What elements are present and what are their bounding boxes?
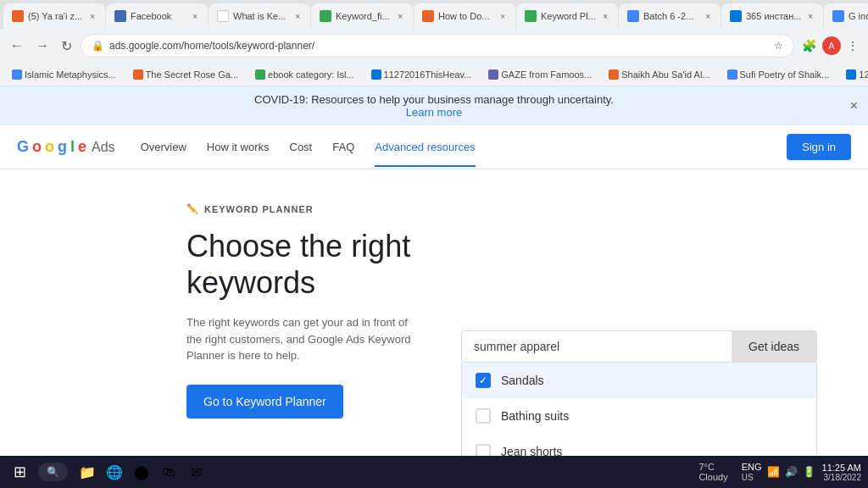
tab-ya-rai[interactable]: (5) Ya ra'i z... × [3, 3, 105, 29]
taskbar-search-icon: 🔍 [47, 466, 59, 478]
page-content: Google Ads Overview How it works Cost FA… [0, 125, 868, 474]
nav-advanced-resources[interactable]: Advanced resources [375, 127, 476, 167]
tab-365[interactable]: 365 инстан... × [721, 3, 823, 29]
tab-how-to-do[interactable]: How to Do... × [414, 3, 515, 29]
bookmark-label: The Secret Rose Ga... [146, 69, 238, 80]
bookmark-item[interactable]: Islamic Metaphysics... [7, 68, 121, 81]
sign-in-button[interactable]: Sign in [787, 134, 851, 160]
bookmark-label: GAZE from Famoos... [501, 69, 592, 80]
bookmark-item[interactable]: ebook category: Isl... [250, 68, 359, 81]
keyword-search-input[interactable] [461, 330, 732, 363]
bookmark-item[interactable]: The Secret Rose Ga... [128, 68, 243, 81]
hero-right: Get ideas ✓ Sandals Bathing suits Jean s… [461, 330, 817, 470]
tab-facebook[interactable]: Facebook × [106, 3, 208, 29]
bookmark-favicon [846, 69, 856, 80]
ads-text: Ads [92, 140, 115, 155]
sandals-checkbox[interactable]: ✓ [476, 373, 491, 388]
taskbar-store[interactable]: 🛍 [158, 461, 180, 483]
tab-g-industry[interactable]: G industry re... × [824, 3, 868, 29]
tab-close-icon[interactable]: × [806, 10, 815, 23]
forward-button[interactable]: → [32, 35, 53, 57]
result-bathing-suits[interactable]: Bathing suits [462, 398, 816, 434]
tab-label: Facebook [131, 11, 186, 21]
get-ideas-button[interactable]: Get ideas [732, 330, 817, 363]
search-results-dropdown: ✓ Sandals Bathing suits Jean shorts [461, 363, 817, 470]
tab-favicon [114, 10, 126, 22]
address-text: ads.google.com/home/tools/keyword-planne… [109, 40, 769, 52]
taskbar-search[interactable]: 🔍 [38, 463, 68, 481]
logo-g: G [17, 138, 29, 156]
battery-icon[interactable]: 🔋 [803, 466, 815, 478]
tab-close-icon[interactable]: × [396, 10, 404, 23]
reload-button[interactable]: ↻ [58, 35, 75, 58]
result-sandals[interactable]: ✓ Sandals [462, 363, 816, 398]
taskbar-mail[interactable]: ✉ [185, 461, 207, 483]
nav-overview[interactable]: Overview [141, 127, 186, 167]
hero-subtitle: The right keywords can get your ad in fr… [186, 314, 424, 364]
weather-condition: Cloudy [698, 472, 727, 482]
tab-close-icon[interactable]: × [191, 10, 199, 23]
covid-banner-text: COVID-19: Resources to help your busines… [254, 93, 614, 106]
bookmark-item[interactable]: 11272016ThisHeav... [366, 68, 477, 81]
kp-label-text: KEYWORD PLANNER [204, 204, 314, 214]
logo-o2: o [45, 138, 54, 156]
wifi-icon[interactable]: 📶 [767, 466, 780, 478]
address-bar[interactable]: 🔒 ads.google.com/home/tools/keyword-plan… [81, 34, 794, 58]
language-icon: ENGUS [742, 462, 762, 482]
nav-cost[interactable]: Cost [290, 127, 313, 167]
bathing-suits-checkbox[interactable] [476, 408, 491, 424]
logo-l: l [70, 138, 75, 156]
hero-left: ✏️ KEYWORD PLANNER Choose the right keyw… [17, 203, 424, 458]
tab-what-is-ke[interactable]: What is Ke... × [209, 3, 310, 29]
tab-close-icon[interactable]: × [88, 10, 97, 23]
tab-close-icon[interactable]: × [293, 10, 302, 23]
nav-how-it-works[interactable]: How it works [207, 127, 270, 167]
hero-title-line1: Choose the right [186, 229, 410, 263]
back-button[interactable]: ← [7, 35, 27, 57]
bookmark-label: 12052016-Nobody-... [859, 69, 868, 80]
bookmark-item[interactable]: Sufi Poetry of Shaik... [722, 68, 835, 81]
bookmark-item[interactable]: 12052016-Nobody-... [841, 68, 868, 81]
learn-more-link[interactable]: Learn more [7, 106, 861, 119]
logo-e: e [78, 138, 86, 156]
more-options-button[interactable]: ⋮ [844, 36, 861, 55]
bookmark-item[interactable]: Shaikh Abu Sa'id Al... [604, 68, 715, 81]
search-box-row: Get ideas [461, 330, 817, 363]
bookmark-favicon [255, 69, 265, 80]
address-bar-row: ← → ↻ 🔒 ads.google.com/home/tools/keywor… [0, 29, 868, 63]
bookmark-favicon [371, 69, 381, 80]
taskbar-file-explorer[interactable]: 📁 [76, 461, 98, 483]
bookmark-label: Sufi Poetry of Shaik... [740, 69, 830, 80]
tab-favicon [627, 10, 639, 22]
tab-keyword-pl[interactable]: Keyword Pl... × [516, 3, 618, 29]
star-icon[interactable]: ☆ [774, 40, 783, 52]
clock-time: 11:25 AM [822, 463, 861, 473]
bookmark-item[interactable]: GAZE from Famoos... [483, 68, 597, 81]
taskbar-edge[interactable]: 🌐 [103, 461, 125, 483]
bookmarks-bar: Islamic Metaphysics... The Secret Rose G… [0, 63, 868, 86]
tab-keyword-fi[interactable]: Keyword_fi... × [311, 3, 413, 29]
extensions-button[interactable]: 🧩 [799, 36, 819, 55]
tab-label: 365 инстан... [746, 11, 802, 21]
bathing-suits-label: Bathing suits [501, 409, 569, 423]
tab-label: G industry re... [849, 11, 868, 21]
profile-button[interactable]: A [822, 36, 841, 55]
tab-close-icon[interactable]: × [498, 10, 507, 23]
tab-close-icon[interactable]: × [704, 10, 712, 23]
bookmark-label: Islamic Metaphysics... [25, 69, 116, 80]
tab-close-icon[interactable]: × [601, 10, 609, 23]
volume-icon[interactable]: 🔊 [785, 466, 798, 478]
tab-label: Keyword_fi... [336, 11, 392, 21]
nav-faq[interactable]: FAQ [332, 127, 354, 167]
go-to-keyword-planner-button[interactable]: Go to Keyword Planner [186, 385, 343, 419]
start-button[interactable]: ⊞ [7, 459, 33, 485]
taskbar-chrome[interactable]: ⬤ [131, 461, 153, 483]
sandals-label: Sandals [501, 374, 544, 387]
keyword-planner-label: ✏️ KEYWORD PLANNER [186, 203, 424, 214]
close-banner-button[interactable]: × [850, 98, 858, 114]
tab-favicon [525, 10, 537, 22]
tab-batch[interactable]: Batch 6 -2... × [619, 3, 721, 29]
taskbar: ⊞ 🔍 📁 🌐 ⬤ 🛍 ✉ 7°C Cloudy ENGUS 📶 🔊 🔋 11:… [0, 456, 868, 488]
bookmark-label: 11272016ThisHeav... [384, 69, 472, 80]
logo-g2: g [58, 138, 67, 156]
